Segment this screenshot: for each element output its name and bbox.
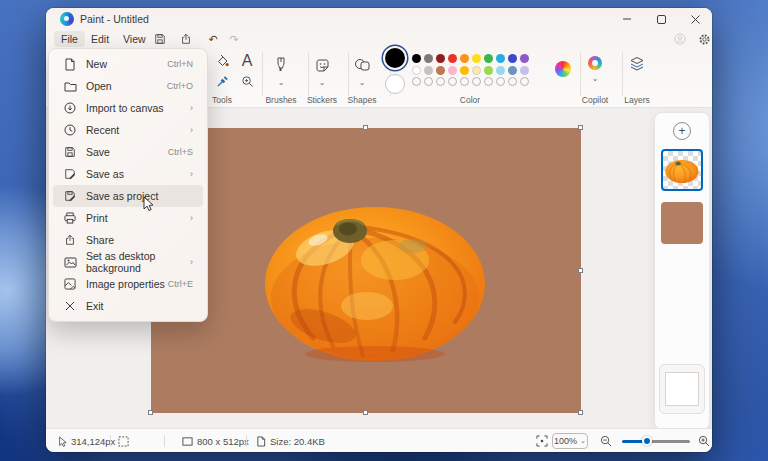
color-swatch[interactable] bbox=[496, 54, 505, 63]
zoom-level-dropdown[interactable]: 100% ⌄ bbox=[552, 433, 588, 449]
copilot-chevron-icon[interactable]: ⌄ bbox=[592, 74, 599, 83]
color-swatch[interactable] bbox=[448, 54, 457, 63]
menu-item-share[interactable]: Share bbox=[53, 229, 203, 251]
fit-to-screen-button[interactable] bbox=[536, 429, 548, 452]
menu-item-new[interactable]: New Ctrl+N bbox=[53, 53, 203, 75]
layers-icon[interactable] bbox=[628, 55, 646, 73]
canvas-handle-bottom-left[interactable] bbox=[148, 410, 153, 415]
edit-colors-wheel-icon[interactable] bbox=[555, 61, 571, 77]
menu-item-save-as[interactable]: Save as › bbox=[53, 163, 203, 185]
color-swatch[interactable] bbox=[412, 66, 421, 75]
menu-item-import-to-canvas[interactable]: Import to canvas › bbox=[53, 97, 203, 119]
empty-color-swatch[interactable] bbox=[496, 77, 505, 86]
zoom-out-button[interactable] bbox=[600, 429, 612, 452]
stickers-chevron-icon[interactable]: ⌄ bbox=[319, 78, 326, 87]
menu-file[interactable]: File bbox=[54, 31, 85, 47]
color-swatch[interactable] bbox=[520, 66, 529, 75]
pumpkin-painting bbox=[263, 186, 489, 362]
menu-item-label: Import to canvas bbox=[86, 102, 190, 114]
menu-item-label: Image properties bbox=[86, 278, 168, 290]
minimize-button[interactable] bbox=[610, 8, 644, 30]
empty-color-swatch[interactable] bbox=[460, 77, 469, 86]
brushes-icon[interactable] bbox=[272, 56, 290, 74]
color-swatch[interactable] bbox=[508, 54, 517, 63]
color-swatch[interactable] bbox=[520, 54, 529, 63]
color-swatch[interactable] bbox=[412, 54, 421, 63]
menu-item-label: Save as bbox=[86, 168, 190, 180]
canvas-handle-bottom-right[interactable] bbox=[578, 410, 583, 415]
canvas-handle-right-middle[interactable] bbox=[578, 268, 583, 273]
empty-color-swatch[interactable] bbox=[412, 77, 421, 86]
zoom-in-button[interactable] bbox=[698, 429, 710, 452]
menu-edit[interactable]: Edit bbox=[84, 31, 116, 47]
canvas-size-value: 800 x 512px bbox=[197, 436, 249, 447]
stickers-icon[interactable] bbox=[313, 56, 331, 74]
menu-item-save[interactable]: Save Ctrl+S bbox=[53, 141, 203, 163]
color-swatch[interactable] bbox=[436, 66, 445, 75]
primary-color-swatch[interactable] bbox=[385, 48, 405, 68]
account-icon[interactable] bbox=[670, 31, 690, 47]
menu-item-exit[interactable]: Exit bbox=[53, 295, 203, 317]
canvas-handle-top-right[interactable] bbox=[578, 125, 583, 130]
redo-icon[interactable]: ↷ bbox=[224, 31, 244, 47]
quick-save-icon[interactable] bbox=[150, 31, 170, 47]
settings-gear-icon[interactable] bbox=[694, 31, 712, 47]
menu-item-save-as-project[interactable]: Save as project bbox=[53, 185, 203, 207]
color-swatch[interactable] bbox=[484, 66, 493, 75]
shapes-icon[interactable] bbox=[353, 56, 371, 74]
zoom-slider[interactable] bbox=[622, 440, 690, 443]
empty-color-swatch[interactable] bbox=[436, 77, 445, 86]
menu-item-recent[interactable]: Recent › bbox=[53, 119, 203, 141]
menu-item-set-as-desktop-background[interactable]: Set as desktop background › bbox=[53, 251, 203, 273]
drawing-canvas[interactable] bbox=[151, 128, 581, 413]
color-swatch[interactable] bbox=[424, 54, 433, 63]
empty-color-swatch[interactable] bbox=[484, 77, 493, 86]
empty-color-swatch[interactable] bbox=[424, 77, 433, 86]
maximize-button[interactable] bbox=[644, 8, 678, 30]
copilot-icon[interactable] bbox=[588, 56, 602, 70]
quick-share-icon[interactable] bbox=[176, 31, 196, 47]
layer-thumb-pumpkin[interactable] bbox=[661, 149, 703, 191]
zoom-slider-thumb[interactable] bbox=[642, 436, 652, 446]
canvas-handle-bottom-middle[interactable] bbox=[363, 410, 368, 415]
title-bar[interactable]: Paint - Untitled bbox=[46, 8, 712, 30]
close-button[interactable] bbox=[678, 8, 712, 30]
empty-color-swatch[interactable] bbox=[520, 77, 529, 86]
secondary-color-swatch[interactable] bbox=[385, 74, 405, 94]
background-preview-frame[interactable] bbox=[659, 364, 705, 414]
color-swatch[interactable] bbox=[460, 54, 469, 63]
menu-view[interactable]: View bbox=[116, 31, 153, 47]
menu-item-print[interactable]: Print › bbox=[53, 207, 203, 229]
selection-marquee-icon bbox=[118, 436, 129, 447]
magnifier-tool-icon[interactable] bbox=[238, 72, 256, 90]
menu-item-label: Print bbox=[86, 212, 190, 224]
color-swatch[interactable] bbox=[460, 66, 469, 75]
zoom-in-icon bbox=[698, 435, 710, 447]
color-swatch[interactable] bbox=[448, 66, 457, 75]
fill-tool-icon[interactable] bbox=[213, 52, 231, 70]
color-swatch[interactable] bbox=[484, 54, 493, 63]
empty-color-swatch[interactable] bbox=[508, 77, 517, 86]
layer-thumb-background[interactable] bbox=[661, 202, 703, 244]
shapes-chevron-icon[interactable]: ⌄ bbox=[359, 78, 366, 87]
color-swatch[interactable] bbox=[436, 54, 445, 63]
color-swatch[interactable] bbox=[496, 66, 505, 75]
color-swatch[interactable] bbox=[508, 66, 517, 75]
brushes-chevron-icon[interactable]: ⌄ bbox=[278, 78, 285, 87]
text-tool-icon[interactable]: A bbox=[238, 52, 256, 70]
eyedropper-tool-icon[interactable] bbox=[213, 72, 231, 90]
menu-item-image-properties[interactable]: Image properties Ctrl+E bbox=[53, 273, 203, 295]
layers-group-label: Layers bbox=[624, 95, 650, 105]
selection-size bbox=[118, 429, 129, 452]
color-swatch[interactable] bbox=[424, 66, 433, 75]
empty-color-swatch[interactable] bbox=[448, 77, 457, 86]
color-swatch[interactable] bbox=[472, 54, 481, 63]
new-document-icon bbox=[63, 57, 77, 71]
add-layer-button[interactable]: + bbox=[673, 122, 691, 140]
undo-icon[interactable]: ↶ bbox=[203, 31, 223, 47]
canvas-handle-top-middle[interactable] bbox=[363, 125, 368, 130]
menu-item-open[interactable]: Open Ctrl+O bbox=[53, 75, 203, 97]
paint-window: Paint - Untitled File Edit View ↶ ↷ bbox=[46, 8, 712, 452]
color-swatch[interactable] bbox=[472, 66, 481, 75]
empty-color-swatch[interactable] bbox=[472, 77, 481, 86]
